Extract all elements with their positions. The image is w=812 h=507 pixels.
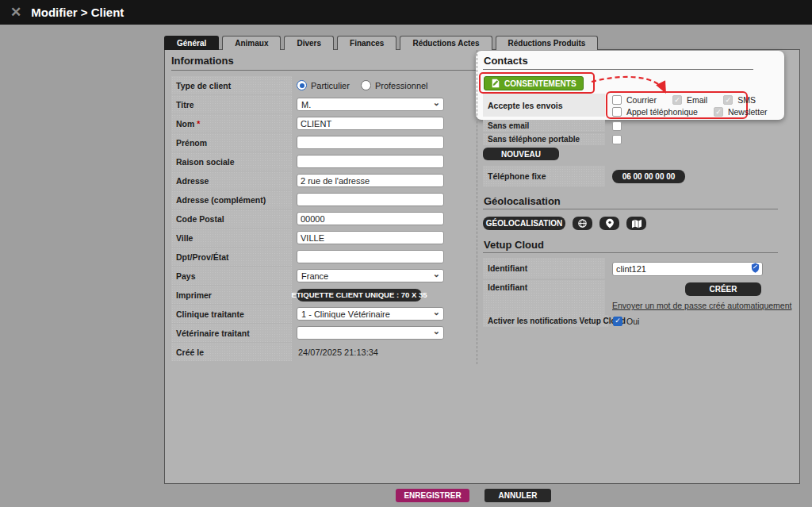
tab-reductions-actes[interactable]: Réductions Actes (400, 36, 492, 50)
field-label: Nom* (171, 114, 292, 133)
identifiant-row: Identifiant (483, 258, 763, 278)
etiquette-client-button[interactable]: ETIQUETTE CLIENT UNIQUE : 70 X 35 (297, 289, 422, 302)
page-title: Modifier > Client (31, 6, 124, 19)
required-asterisk: * (197, 119, 200, 129)
notifications-label: Activer les notifications Vetup Cloud (483, 315, 608, 327)
checkbox-notifications[interactable]: ✓ (613, 317, 622, 326)
checkbox-appel-telephonique[interactable]: ✓ (612, 107, 622, 117)
tab-general[interactable]: Général (164, 36, 219, 50)
radio-icon[interactable] (361, 80, 371, 90)
vetup-cloud-title: Vetup Cloud (484, 239, 544, 251)
adresse-field[interactable] (297, 174, 444, 187)
identifiant-creation-row: Identifiant CRÉER Envoyer un mot de pass… (483, 280, 812, 317)
radio-icon[interactable] (297, 80, 307, 90)
annuler-button[interactable]: ANNULER (485, 489, 551, 502)
divider (483, 209, 778, 209)
nouveau-button[interactable]: NOUVEAU (483, 148, 559, 160)
field-label: Pays (171, 267, 292, 285)
title-bar: ✕ Modifier > Client (0, 0, 812, 25)
signature-icon (491, 79, 500, 88)
field-label: Titre (171, 95, 292, 113)
chevron-down-icon: ⌄ (433, 98, 440, 108)
titre-select[interactable]: M.⌄ (297, 98, 444, 111)
tab-bar: Général Animaux Divers Finances Réductio… (164, 36, 598, 50)
field-row-clinique-traitante: Clinique traitante 1 - Clinique Vétérina… (171, 305, 476, 323)
field-row-ville: Ville (171, 229, 476, 247)
field-label: Adresse (complément) (171, 190, 292, 209)
field-row-adresse-complement: Adresse (complément) (171, 190, 476, 209)
chevron-down-icon: ⌄ (433, 269, 440, 279)
checkbox-sms[interactable]: ✓ (723, 95, 733, 105)
consentements-button[interactable]: CONSENTEMENTS (484, 76, 584, 90)
tab-finances[interactable]: Finances (337, 36, 396, 50)
field-label: Ville (171, 229, 292, 247)
pays-select[interactable]: France⌄ (297, 269, 444, 282)
field-label: Code Postal (171, 209, 292, 228)
form-panel: Informations Type de client Particulier … (164, 49, 800, 484)
prenom-field[interactable] (297, 136, 444, 149)
code-postal-field[interactable] (297, 212, 444, 225)
veterinaire-traitant-select[interactable]: ⌄ (297, 326, 444, 340)
cree-le-value: 24/07/2025 21:13:34 (297, 348, 378, 357)
telephone-fixe-button[interactable]: 06 00 00 00 00 (612, 170, 685, 183)
clinique-traitante-select[interactable]: 1 - Clinique Vétérinaire⌄ (297, 307, 444, 321)
geolocalisation-actions: GÉOLOCALISATION (483, 217, 646, 230)
informations-section: Informations Type de client Particulier … (171, 55, 476, 362)
ville-field[interactable] (297, 231, 444, 244)
sans-email-row: Sans email ✓ (483, 120, 622, 132)
contacts-title: Contacts (484, 55, 528, 67)
identifiant-field[interactable] (612, 262, 763, 276)
pin-icon[interactable] (599, 217, 619, 230)
field-row-veterinaire-traitant: Vétérinaire traitant ⌄ (171, 324, 476, 342)
checkbox-email[interactable]: ✓ (672, 95, 682, 105)
radio-particulier[interactable]: Particulier (297, 80, 350, 90)
field-row-cree-le: Créé le 24/07/2025 21:13:34 (171, 343, 476, 361)
field-row-code-postal: Code Postal (171, 209, 476, 228)
consent-options-group: ✓ Courrier ✓ Email ✓ SMS ✓ Appel télépho… (612, 94, 768, 117)
field-label: Dpt/Prov/État (171, 248, 292, 266)
field-label: Imprimer (171, 286, 292, 304)
field-label: Adresse (171, 171, 292, 190)
geolocalisation-title: Géolocalisation (484, 195, 561, 207)
field-row-adresse: Adresse (171, 171, 476, 190)
accepte-envois-label: Accepte les envois (483, 94, 605, 117)
informations-title: Informations (171, 55, 476, 67)
globe-icon[interactable] (573, 217, 592, 230)
identifiant-label: Identifiant (483, 280, 605, 317)
field-label: Créé le (171, 343, 292, 361)
geolocalisation-button[interactable]: GÉOLOCALISATION (483, 217, 565, 230)
checkbox-newsletter[interactable]: ✓ (714, 107, 723, 117)
telephone-fixe-row: Téléphone fixe 06 00 00 00 00 (483, 166, 685, 186)
enregistrer-button[interactable]: ENREGISTRER (396, 489, 469, 502)
notifications-value: Oui (626, 317, 639, 326)
shield-icon[interactable] (751, 263, 760, 273)
map-icon[interactable] (626, 217, 646, 230)
field-label: Clinique traitante (171, 305, 292, 323)
radio-professionnel[interactable]: Professionnel (361, 80, 428, 90)
raison-sociale-field[interactable] (297, 155, 444, 168)
field-label: Raison sociale (171, 152, 292, 171)
nom-field[interactable] (297, 117, 444, 130)
close-icon[interactable]: ✕ (10, 6, 21, 19)
field-row-imprimer: Imprimer ETIQUETTE CLIENT UNIQUE : 70 X … (171, 286, 476, 304)
field-row-raison-sociale: Raison sociale (171, 152, 476, 171)
field-row-type-de-client: Type de client Particulier Professionnel (171, 76, 476, 94)
dpt-prov-etat-field[interactable] (297, 250, 444, 263)
tab-divers[interactable]: Divers (284, 36, 334, 50)
checkbox-sans-telephone[interactable]: ✓ (612, 135, 622, 144)
field-label: Prénom (171, 133, 292, 152)
chevron-down-icon: ⌄ (433, 326, 440, 336)
sans-telephone-row: Sans téléphone portable ✓ (483, 133, 622, 145)
password-link[interactable]: Envoyer un mot de passe créé automatique… (612, 301, 791, 310)
contacts-section: Contacts CONSENTEMENTS Accepte les envoi… (477, 50, 799, 364)
divider (171, 70, 476, 71)
creer-button[interactable]: CRÉER (685, 282, 761, 296)
tab-animaux[interactable]: Animaux (222, 36, 281, 50)
sans-email-label: Sans email (483, 120, 605, 132)
checkbox-courrier[interactable]: ✓ (612, 95, 622, 105)
field-row-nom: Nom* (171, 114, 476, 133)
checkbox-sans-email[interactable]: ✓ (612, 121, 622, 131)
field-row-prenom: Prénom (171, 133, 476, 152)
adresse-complement-field[interactable] (297, 193, 444, 206)
tab-reductions-produits[interactable]: Réductions Produits (496, 36, 599, 50)
